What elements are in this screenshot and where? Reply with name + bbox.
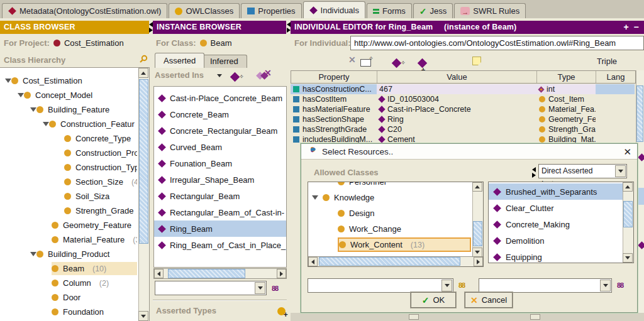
list-item[interactable]: Rectangular_Beam	[154, 188, 286, 204]
close-icon[interactable]: ✕	[623, 147, 631, 156]
tree-item[interactable]: Foundation	[0, 305, 149, 319]
dialog-tree-hscrollbar[interactable]	[308, 256, 483, 266]
list-item[interactable]: Curved_Beam	[154, 139, 286, 155]
column-header-property[interactable]: Property	[291, 71, 377, 83]
scroll-down-button[interactable]	[138, 311, 148, 321]
tree-item[interactable]: Geometry_Feature(	[0, 218, 149, 232]
combo-dropdown-arrow-icon[interactable]	[600, 280, 611, 291]
dialog-tree-item[interactable]: Personnel	[308, 182, 483, 190]
scrollbar-thumb[interactable]	[636, 85, 643, 142]
property-table[interactable]: hasConstructionC...467inthasCostItemID_0…	[291, 84, 636, 144]
tree-item[interactable]: Concept_Model	[0, 88, 149, 102]
table-row[interactable]: hasSectionShapeRingGeometry_Fe...	[291, 114, 636, 124]
tree-item[interactable]: Column(2)	[0, 276, 149, 290]
tab-forms[interactable]: Forms	[367, 3, 412, 18]
collapse-button[interactable]: −	[634, 21, 639, 34]
column-header-type[interactable]: Type	[537, 71, 596, 83]
table-row[interactable]: hasCostItemID_010503004Cost_Item	[291, 94, 636, 104]
cancel-button[interactable]: ✕ Cancel	[465, 292, 513, 308]
tree-item[interactable]: Cost_Estimation	[0, 73, 149, 88]
column-header-value[interactable]: Value	[377, 71, 537, 83]
expand-caret-icon[interactable]	[312, 195, 318, 200]
dialog-tree-item[interactable]: Knowledge	[308, 190, 483, 205]
list-item[interactable]: Rectangular_Beam_of_Cast-in-	[154, 204, 286, 220]
scroll-up-button[interactable]	[472, 182, 482, 192]
list-item[interactable]: Cast-in-Place_Concrete_Beam	[154, 90, 286, 106]
expand-caret-icon[interactable]	[43, 122, 49, 126]
tree-item[interactable]: Soil_Siza	[0, 189, 149, 204]
scroll-right-button[interactable]	[474, 257, 483, 266]
table-row[interactable]: hasConstructionC...467int	[291, 84, 636, 94]
delete-instance-icon[interactable]	[264, 68, 272, 78]
scroll-left-button[interactable]	[154, 269, 164, 278]
tree-item[interactable]: Construction_Pro	[0, 146, 149, 160]
search-magnifier-icon[interactable]	[139, 55, 148, 63]
dialog-title-bar[interactable]: Select Resources.. ✕	[301, 144, 637, 160]
search-binoculars-icon[interactable]	[272, 283, 278, 293]
dialog-list-item[interactable]: Clear_Clutter	[489, 200, 623, 216]
tab-properties[interactable]: Properties	[241, 3, 301, 18]
dialog-tree-item[interactable]: Design	[308, 205, 483, 221]
new-resource-icon[interactable]	[360, 59, 371, 67]
list-item[interactable]: Concrete_Beam	[154, 106, 286, 122]
class-hierarchy-tree[interactable]: Cost_EstimationConcept_ModelBuilding_Fea…	[0, 67, 150, 321]
combo-dropdown-arrow-icon[interactable]	[441, 280, 452, 291]
expand-caret-icon[interactable]	[18, 93, 24, 97]
tab-metadata-ontologycostestimation-owl-[interactable]: Metadata(OntologyCostEstimation.owl)	[2, 3, 167, 18]
scrollbar-thumb[interactable]	[139, 79, 148, 244]
tab-jess[interactable]: Jess	[413, 3, 453, 18]
instances-list[interactable]: Brushed_with_SeparantsClear_ClutterConcr…	[488, 182, 634, 263]
instances-dropdown-arrow-icon[interactable]	[217, 74, 222, 77]
dialog-list-item[interactable]: Demolition	[489, 232, 623, 249]
combo-dropdown-arrow-icon[interactable]	[255, 282, 265, 294]
dialog-tree-item[interactable]: Work_Change	[308, 221, 483, 237]
list-item[interactable]: Ring_Beam_of_Cast_in_Place_	[154, 237, 286, 253]
search-binoculars-icon[interactable]	[617, 280, 623, 290]
table-row[interactable]: hasMaterialFeatureCast-in-Place_Concrete…	[291, 104, 636, 114]
tab-inferred[interactable]: Inferred	[201, 55, 247, 68]
tree-item[interactable]: Construction_Typ	[0, 160, 149, 175]
add-type-icon[interactable]	[277, 307, 286, 315]
dialog-list-item[interactable]: Equipping	[489, 249, 623, 263]
dialog-list-item[interactable]: Concrete_Making	[489, 216, 623, 232]
splitter-handle[interactable]	[287, 21, 292, 33]
list-item[interactable]: Irregular_Shape_Beam	[154, 171, 286, 188]
tree-item[interactable]: Building_Product	[0, 247, 149, 261]
scroll-down-button[interactable]	[472, 248, 482, 257]
instances-mode-dropdown[interactable]: Direct Asserted Instances	[538, 164, 627, 178]
tree-item[interactable]: Section_Size(4)	[0, 175, 149, 189]
scrollbar-thumb[interactable]	[319, 257, 460, 266]
scroll-down-button[interactable]	[623, 253, 633, 263]
column-resize-grip[interactable]	[409, 314, 419, 320]
scroll-up-button[interactable]	[138, 68, 148, 78]
expand-caret-icon[interactable]	[30, 252, 36, 256]
expand-caret-icon[interactable]	[5, 79, 11, 83]
column-header-lang[interactable]: Lang	[596, 71, 635, 83]
instance-search-combobox[interactable]	[155, 281, 267, 295]
instance-list[interactable]: Cast-in-Place_Concrete_BeamConcrete_Beam…	[153, 86, 287, 268]
tree-item[interactable]: Construction_Featur	[0, 117, 149, 131]
dialog-tree-item[interactable]: Work_Content(13)	[308, 237, 483, 253]
scroll-left-button[interactable]	[308, 257, 318, 266]
expand-button[interactable]: +	[624, 21, 629, 34]
splitter-handle[interactable]	[532, 166, 537, 178]
expand-caret-icon[interactable]	[30, 107, 36, 112]
column-resize-grip[interactable]	[530, 314, 540, 320]
scrollbar-thumb[interactable]	[473, 221, 482, 246]
instance-list-hscrollbar[interactable]	[153, 268, 287, 279]
table-row[interactable]: hasStrengthGradeC20Strength_Gra...	[291, 124, 636, 134]
delete-icon[interactable]	[348, 55, 356, 65]
class-search-combobox[interactable]	[308, 278, 453, 293]
scrollbar-thumb[interactable]	[623, 201, 633, 227]
ok-button[interactable]: ✓ OK	[411, 292, 456, 308]
dialog-list-item[interactable]: Brushed_with_Separants	[489, 183, 623, 200]
tree-item[interactable]: Beam(10)	[0, 261, 149, 276]
tree-item[interactable]: Building_Feature	[0, 102, 149, 117]
list-item[interactable]: Ring_Beam	[154, 220, 286, 237]
scroll-right-button[interactable]	[277, 269, 286, 278]
tree-item[interactable]: Door	[0, 290, 149, 305]
individual-uri-field[interactable]: http://www.owl-ontologies.com/OntologyCo…	[350, 36, 644, 50]
tab-individuals[interactable]: Individuals	[303, 1, 365, 18]
scroll-up-button[interactable]	[623, 182, 633, 192]
annotation-note-icon[interactable]	[472, 57, 481, 65]
